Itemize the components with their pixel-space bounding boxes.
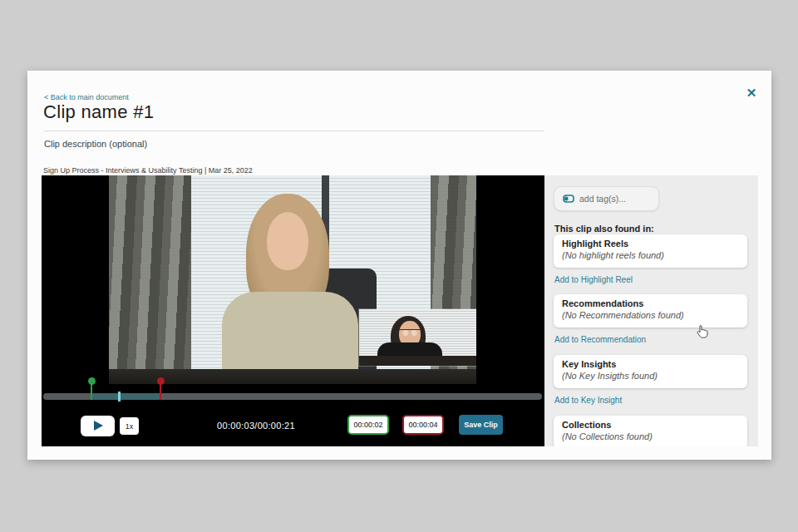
add-to-key-insight-link[interactable]: Add to Key Insight [554,396,622,405]
highlight-reels-empty: (No highlight reels found) [562,250,739,260]
back-to-document-link[interactable]: < Back to main document [44,93,129,101]
tag-icon [563,195,574,203]
found-in-label: This clip also found in: [554,224,654,234]
collections-card: Collections (No Collections found) [554,416,747,446]
clip-start-time[interactable]: 00:00:02 [347,415,389,435]
clip-description-field[interactable]: Clip description (optional) [44,139,147,149]
video-frame [109,175,476,384]
playback-speed-button[interactable]: 1x [120,417,139,435]
curtain-left [109,175,191,384]
clip-end-time[interactable]: 00:00:04 [402,415,444,435]
time-display: 00:00:03/00:00:21 [181,421,331,431]
clip-end-pin[interactable] [157,377,165,385]
playhead[interactable] [118,392,121,401]
play-icon [94,421,103,431]
source-meta-text: Sign Up Process - Interviews & Usability… [43,166,253,175]
glasses [399,329,421,336]
highlight-reels-card: Highlight Reels (No highlight reels foun… [554,234,747,268]
video-player[interactable]: 1x 00:00:03/00:00:21 00:00:02 00:00:04 S… [42,175,544,446]
collections-empty: (No Collections found) [562,431,739,441]
timeline[interactable] [42,381,544,407]
add-tag-placeholder: add tag(s)... [579,194,626,204]
add-to-highlight-reel-link[interactable]: Add to Highlight Reel [554,275,633,284]
key-insights-empty: (No Key Insigths found) [562,371,739,381]
clip-start-pin[interactable] [88,377,96,385]
recommendations-card: Recommendations (No Recommendations foun… [554,294,747,328]
clip-name-title[interactable]: Clip name #1 [43,101,154,123]
add-to-recommendation-link[interactable]: Add to Recommendation [554,335,646,344]
player-controls: 1x 00:00:03/00:00:21 00:00:02 00:00:04 S… [42,407,544,446]
play-button[interactable] [81,416,115,436]
clip-sidebar: add tag(s)... This clip also found in: H… [544,175,758,446]
recommendations-empty: (No Recommendations found) [562,310,739,320]
key-insights-card: Key Insights (No Key Insigths found) [554,355,747,388]
save-clip-button[interactable]: Save Clip [459,415,503,435]
clip-selection-range[interactable] [91,393,160,400]
title-divider [44,131,544,131]
recommendations-title: Recommendations [562,298,739,308]
picture-in-picture-video [359,309,476,366]
clip-editor-modal: < Back to main document Clip name #1 Cli… [27,71,771,460]
collections-title: Collections [562,420,739,430]
add-tag-input[interactable]: add tag(s)... [554,186,659,211]
highlight-reels-title: Highlight Reels [562,239,739,249]
key-insights-title: Key Insights [562,359,739,369]
speaker-face [267,212,308,270]
close-icon[interactable]: ✕ [742,84,761,102]
